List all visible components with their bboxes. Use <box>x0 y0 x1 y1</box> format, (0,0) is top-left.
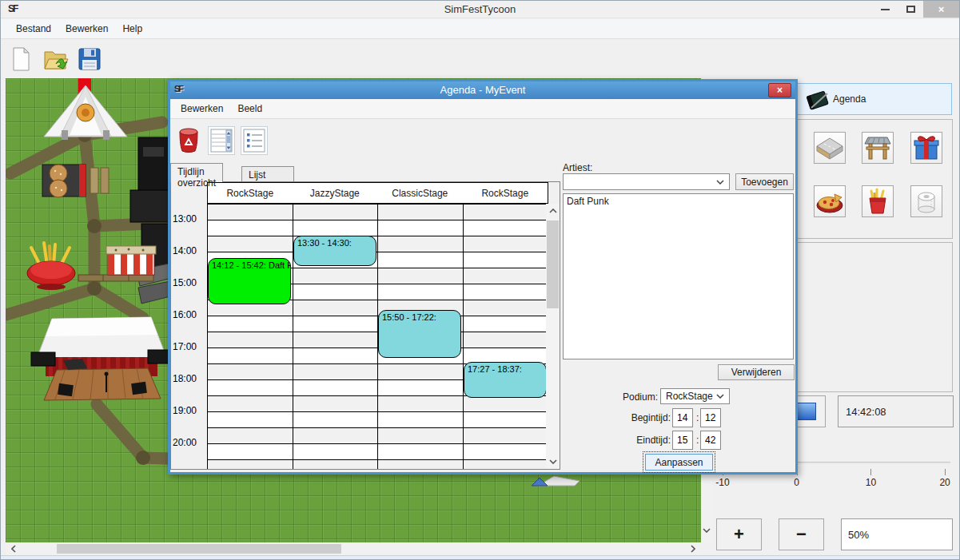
add-artist-label: Toevoegen <box>741 177 788 188</box>
new-document-icon <box>8 46 34 72</box>
scrollbar-thumb[interactable] <box>57 544 341 554</box>
bench[interactable] <box>89 166 111 195</box>
close-window-button[interactable]: × <box>923 1 959 18</box>
zoom-level-value: 50% <box>848 529 869 541</box>
artist-combobox[interactable] <box>563 173 730 190</box>
minus-icon: − <box>796 524 807 545</box>
start-hour-input[interactable] <box>672 408 693 427</box>
hour-label: 16:00 <box>173 309 206 320</box>
fries-stand[interactable] <box>20 238 84 291</box>
schedule-grid[interactable]: 14:12 - 15:42: Daft Punk13:30 - 14:30:15… <box>207 204 548 469</box>
column-header-classicstage: ClassicStage <box>377 182 464 204</box>
plus-icon: + <box>734 524 744 545</box>
agenda-button-label: Agenda <box>833 93 866 105</box>
timeline-scrollbar[interactable] <box>546 204 560 470</box>
end-minute-input[interactable] <box>700 431 721 450</box>
podium-combobox[interactable]: RockStage <box>660 388 730 404</box>
new-document-button[interactable] <box>7 46 34 73</box>
dialog-titlebar[interactable]: SF Agenda - MyEvent × <box>170 81 795 99</box>
add-artist-button[interactable]: Toevoegen <box>735 173 794 190</box>
timeline-table[interactable]: RockStageJazzyStageClassicStageRockStage… <box>170 181 560 470</box>
item-button-fries[interactable] <box>862 185 894 217</box>
save-disk-button[interactable] <box>76 46 103 73</box>
time-colon: : <box>696 412 699 423</box>
menu-bewerken[interactable]: Bewerken <box>58 21 115 37</box>
item-button-gate[interactable] <box>862 132 894 164</box>
scroll-down-icon[interactable] <box>701 524 712 537</box>
main-menubar: BestandBewerkenHelp <box>1 19 959 39</box>
hour-label: 17:00 <box>173 341 206 352</box>
main-stage[interactable] <box>30 312 173 408</box>
schedule-event[interactable]: 14:12 - 15:42: Daft Punk <box>208 258 291 304</box>
schedule-event[interactable]: 13:30 - 14:30: <box>293 236 376 266</box>
tab-timeline[interactable]: Tijdlijn overzicht <box>170 163 223 182</box>
apply-button-label: Aanpassen <box>655 457 703 468</box>
item-button-gift[interactable] <box>910 132 942 164</box>
zoom-level-field[interactable]: 50% <box>841 518 953 550</box>
chevron-down-icon <box>716 394 724 399</box>
zoom-out-button[interactable]: − <box>779 518 824 550</box>
slider-tick-label: 10 <box>866 477 876 488</box>
slider-tick <box>945 469 946 475</box>
start-time-label: Begintijd: <box>599 412 671 423</box>
open-folder-button[interactable] <box>42 46 69 73</box>
apply-button[interactable]: Aanpassen <box>645 454 713 471</box>
slider-tick <box>870 469 871 475</box>
small-tent[interactable] <box>530 476 581 487</box>
dialog-menu-bewerken[interactable]: Bewerken <box>173 101 230 117</box>
hour-label: 14:00 <box>173 245 206 256</box>
gate-icon <box>862 133 893 163</box>
timeline-view-icon <box>210 129 233 153</box>
remove-artist-label: Verwijderen <box>731 367 782 378</box>
slider-tick-label: -10 <box>715 477 729 488</box>
party-tent[interactable] <box>42 82 129 142</box>
timeline-view-button[interactable] <box>208 126 235 155</box>
dialog-menu-beeld[interactable]: Beeld <box>230 101 269 117</box>
main-titlebar: SF SimFestTycoon × <box>1 1 959 18</box>
agenda-dialog: SF Agenda - MyEvent × BewerkenBeeld Tijd… <box>168 79 798 475</box>
artist-listbox[interactable]: Daft Punk <box>563 193 794 359</box>
podium-combo-value: RockStage <box>666 391 713 402</box>
scroll-left-icon[interactable] <box>7 542 20 555</box>
list-view-button[interactable] <box>241 126 268 155</box>
minimize-icon <box>881 9 890 10</box>
end-hour-input[interactable] <box>672 431 693 450</box>
menu-bestand[interactable]: Bestand <box>9 21 58 37</box>
scroll-down-icon[interactable] <box>547 456 559 467</box>
column-line <box>463 204 464 469</box>
item-button-pizza[interactable] <box>814 185 846 217</box>
status-strip <box>1 555 959 560</box>
start-minute-input[interactable] <box>700 408 721 427</box>
hour-label: 20:00 <box>173 437 206 448</box>
minimize-button[interactable] <box>872 1 898 18</box>
burger-stand[interactable] <box>41 163 92 198</box>
road-tile-icon <box>815 133 845 163</box>
schedule-event[interactable]: 15:50 - 17:22: <box>378 310 461 357</box>
toilet-paper-icon <box>911 186 942 216</box>
scroll-up-icon[interactable] <box>547 205 559 216</box>
delete-trash-button[interactable] <box>175 126 202 155</box>
hour-label: 13:00 <box>173 213 206 224</box>
remove-artist-button[interactable]: Verwijderen <box>718 364 795 380</box>
item-button-toilet-paper[interactable] <box>910 185 942 217</box>
striped-booth[interactable] <box>105 244 157 278</box>
gift-icon <box>911 133 942 163</box>
schedule-event[interactable]: 17:27 - 18:37: <box>464 362 547 398</box>
scroll-right-icon[interactable] <box>687 542 699 555</box>
fries-icon <box>862 186 893 216</box>
menu-help[interactable]: Help <box>115 21 149 37</box>
main-toolbar <box>1 40 959 77</box>
dialog-close-button[interactable]: × <box>768 83 791 97</box>
artist-list-item[interactable]: Daft Punk <box>564 194 793 209</box>
column-line <box>207 204 208 469</box>
map-horizontal-scrollbar[interactable] <box>6 542 701 555</box>
artist-label: Artiest: <box>563 162 592 173</box>
app-window: SF SimFestTycoon × BestandBewerkenHelp <box>0 0 960 560</box>
window-controls: × <box>872 1 959 18</box>
maximize-button[interactable] <box>898 1 923 18</box>
scrollbar-thumb[interactable] <box>547 220 559 308</box>
agenda-button[interactable]: Agenda <box>797 83 952 115</box>
tab-list[interactable]: Lijst overzicht <box>241 166 294 182</box>
zoom-in-button[interactable]: + <box>716 518 762 550</box>
item-button-road-tile[interactable] <box>814 132 846 164</box>
